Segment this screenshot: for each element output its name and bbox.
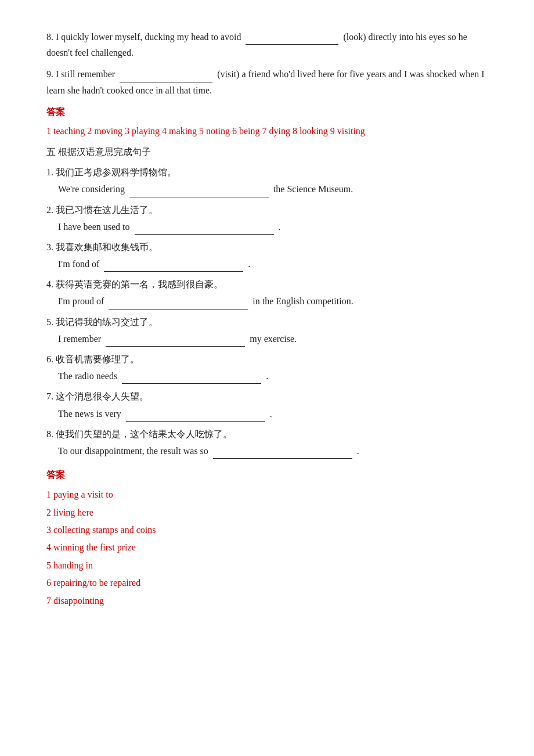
sq2-before: I have been used to <box>58 222 130 232</box>
sq2-chinese: 2. 我已习惯在这儿生活了。 <box>46 202 488 218</box>
final-answer-5: 5 handing in <box>46 557 488 574</box>
question-9: 9. I still remember (visit) a friend who… <box>46 66 488 98</box>
sq8-chinese: 8. 使我们失望的是，这个结果太令人吃惊了。 <box>46 426 488 442</box>
sq4-chinese: 4. 获得英语竞赛的第一名，我感到很自豪。 <box>46 276 488 292</box>
blank-sq3 <box>104 271 243 272</box>
blank-sq5 <box>106 346 245 347</box>
sq5-chinese: 5. 我记得我的练习交过了。 <box>46 314 488 330</box>
sub-question-7: 7. 这个消息很令人失望。 The news is very . <box>46 388 488 421</box>
sub-question-2: 2. 我已习惯在这儿生活了。 I have been used to . <box>46 202 488 235</box>
sq6-before: The radio needs <box>58 371 117 381</box>
sq5-after: my exercise. <box>250 334 297 344</box>
blank-8 <box>246 44 338 45</box>
sq6-fill: The radio needs . <box>46 368 488 384</box>
sq8-fill: To our disappointment, the result was so… <box>46 443 488 459</box>
sq2-after: . <box>279 222 281 232</box>
blank-sq6 <box>122 383 261 384</box>
sq1-after: the Science Museum. <box>273 184 353 194</box>
blank-sq2 <box>135 234 274 235</box>
sub-question-5: 5. 我记得我的练习交过了。 I remember my exercise. <box>46 314 488 347</box>
sq3-fill: I'm fond of . <box>46 256 488 272</box>
sq1-chinese: 1. 我们正考虑参观科学博物馆。 <box>46 164 488 180</box>
final-answer-6: 6 repairing/to be repaired <box>46 574 488 592</box>
sq5-before: I remember <box>58 334 101 344</box>
blank-9 <box>120 82 212 82</box>
sq7-before: The news is very <box>58 409 121 419</box>
question-8-text: 8. I quickly lower myself, ducking my he… <box>46 32 241 42</box>
question-8: 8. I quickly lower myself, ducking my he… <box>46 29 488 60</box>
sub-question-4: 4. 获得英语竞赛的第一名，我感到很自豪。 I'm proud of in th… <box>46 276 488 309</box>
answer-label-2: 答案 <box>46 467 488 483</box>
question-9-text: 9. I still remember <box>46 69 115 79</box>
sq4-after: in the English competition. <box>252 296 353 306</box>
final-answers-list: 1 paying a visit to 2 living here 3 coll… <box>46 486 488 610</box>
sq7-after: . <box>270 409 272 419</box>
sq4-before: I'm proud of <box>58 296 104 306</box>
answer-label-1: 答案 <box>46 104 488 120</box>
sub-question-3: 3. 我喜欢集邮和收集钱币。 I'm fond of . <box>46 239 488 272</box>
sq4-fill: I'm proud of in the English competition. <box>46 293 488 309</box>
sq7-fill: The news is very . <box>46 406 488 422</box>
blank-sq7 <box>126 421 265 422</box>
sq5-fill: I remember my exercise. <box>46 331 488 347</box>
final-answer-7: 7 disappointing <box>46 592 488 610</box>
sq3-chinese: 3. 我喜欢集邮和收集钱币。 <box>46 239 488 255</box>
page-content: 8. I quickly lower myself, ducking my he… <box>46 29 488 610</box>
sq8-before: To our disappointment, the result was so <box>58 446 208 456</box>
section-five-title: 五 根据汉语意思完成句子 <box>46 144 488 160</box>
final-answer-2: 2 living here <box>46 504 488 521</box>
sq6-after: . <box>266 371 268 381</box>
blank-sq8 <box>213 458 352 459</box>
sq1-fill: We're considering the Science Museum. <box>46 181 488 197</box>
sq3-before: I'm fond of <box>58 259 99 269</box>
sq3-after: . <box>248 259 250 269</box>
sub-question-8: 8. 使我们失望的是，这个结果太令人吃惊了。 To our disappoint… <box>46 426 488 459</box>
sub-question-1: 1. 我们正考虑参观科学博物馆。 We're considering the S… <box>46 164 488 197</box>
answers-inline: 1 teaching 2 moving 3 playing 4 making 5… <box>46 123 488 139</box>
sq6-chinese: 6. 收音机需要修理了。 <box>46 351 488 367</box>
final-answer-4: 4 winning the first prize <box>46 539 488 556</box>
blank-sq1 <box>129 197 269 197</box>
sq1-before: We're considering <box>58 184 125 194</box>
sq7-chinese: 7. 这个消息很令人失望。 <box>46 388 488 404</box>
final-answer-3: 3 collecting stamps and coins <box>46 521 488 539</box>
sq8-after: . <box>357 446 359 456</box>
sq2-fill: I have been used to . <box>46 219 488 235</box>
blank-sq4 <box>109 309 248 309</box>
sub-question-6: 6. 收音机需要修理了。 The radio needs . <box>46 351 488 384</box>
final-answer-1: 1 paying a visit to <box>46 486 488 503</box>
